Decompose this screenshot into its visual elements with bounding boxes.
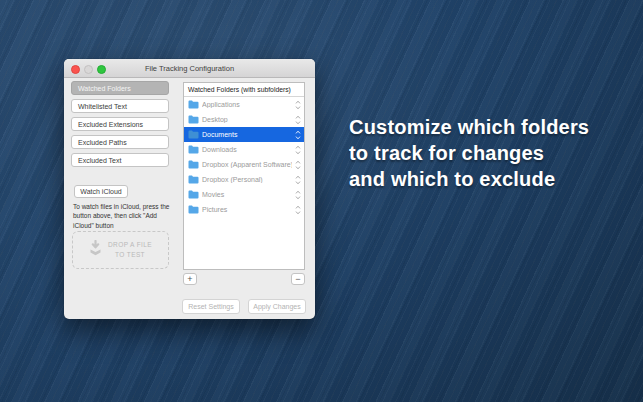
titlebar[interactable]: File Tracking Configuration [64, 59, 315, 78]
folder-row-label: Pictures [202, 206, 292, 213]
drop-zone-line: DROP A FILE [108, 241, 152, 248]
folder-row-label: Applications [202, 101, 292, 108]
tagline-line: and which to exclude [349, 166, 589, 192]
folder-row-documents[interactable]: Documents [184, 127, 304, 142]
tagline-line: Customize which folders [349, 114, 589, 140]
folder-icon [188, 100, 199, 109]
marketing-tagline: Customize which folders to track for cha… [349, 114, 589, 192]
folder-icon [188, 205, 199, 214]
row-stepper-icon[interactable] [295, 115, 301, 125]
drop-download-icon [89, 240, 102, 260]
row-stepper-icon[interactable] [295, 205, 301, 215]
folder-row-movies[interactable]: Movies [184, 187, 304, 202]
app-window: File Tracking Configuration Watched Fold… [64, 59, 315, 319]
add-folder-button[interactable]: + [183, 273, 197, 285]
row-stepper-icon[interactable] [295, 145, 301, 155]
apply-changes-button[interactable]: Apply Changes [248, 299, 306, 314]
row-stepper-icon[interactable] [295, 160, 301, 170]
watched-folders-list: Watched Folders (with subfolders) Applic… [183, 82, 305, 270]
folder-row-label: Dropbox (Personal) [202, 176, 292, 183]
sidebar-button-excluded-extensions[interactable]: Excluded Extensions [71, 117, 169, 131]
folder-icon [188, 145, 199, 154]
list-header: Watched Folders (with subfolders) [184, 83, 304, 97]
drop-zone-label: DROP A FILE TO TEST [108, 240, 152, 260]
folder-icon [188, 190, 199, 199]
folder-row-label: Downloads [202, 146, 292, 153]
folder-icon [188, 160, 199, 169]
watch-icloud-button[interactable]: Watch iCloud [74, 185, 128, 198]
drop-zone-line: TO TEST [115, 251, 145, 258]
folder-row-label: Dropbox (Apparent Software) [202, 161, 292, 168]
folder-row-downloads[interactable]: Downloads [184, 142, 304, 157]
folder-row-label: Documents [202, 131, 292, 138]
remove-folder-button[interactable]: − [291, 273, 305, 285]
sidebar-button-excluded-text[interactable]: Excluded Text [71, 153, 169, 167]
drop-file-test-zone[interactable]: DROP A FILE TO TEST [72, 231, 169, 269]
desktop-background: Customize which folders to track for cha… [0, 0, 643, 402]
window-title: File Tracking Configuration [64, 59, 315, 77]
folder-icon [188, 115, 199, 124]
sidebar-button-whitelisted-text[interactable]: Whitelisted Text [71, 99, 169, 113]
folder-row-dropbox-apparent[interactable]: Dropbox (Apparent Software) [184, 157, 304, 172]
folder-icon [188, 175, 199, 184]
row-stepper-icon[interactable] [295, 130, 301, 140]
sidebar-button-excluded-paths[interactable]: Excluded Paths [71, 135, 169, 149]
folder-row-pictures[interactable]: Pictures [184, 202, 304, 217]
tagline-line: to track for changes [349, 140, 589, 166]
folder-icon [188, 130, 199, 139]
folder-row-label: Desktop [202, 116, 292, 123]
folder-row-applications[interactable]: Applications [184, 97, 304, 112]
icloud-help-text: To watch files in iCloud, press the butt… [73, 202, 179, 230]
row-stepper-icon[interactable] [295, 175, 301, 185]
sidebar-button-watched-folders[interactable]: Watched Folders [71, 81, 169, 95]
folder-row-dropbox-personal[interactable]: Dropbox (Personal) [184, 172, 304, 187]
row-stepper-icon[interactable] [295, 100, 301, 110]
reset-settings-button[interactable]: Reset Settings [182, 299, 240, 314]
row-stepper-icon[interactable] [295, 190, 301, 200]
folder-row-desktop[interactable]: Desktop [184, 112, 304, 127]
folder-row-label: Movies [202, 191, 292, 198]
